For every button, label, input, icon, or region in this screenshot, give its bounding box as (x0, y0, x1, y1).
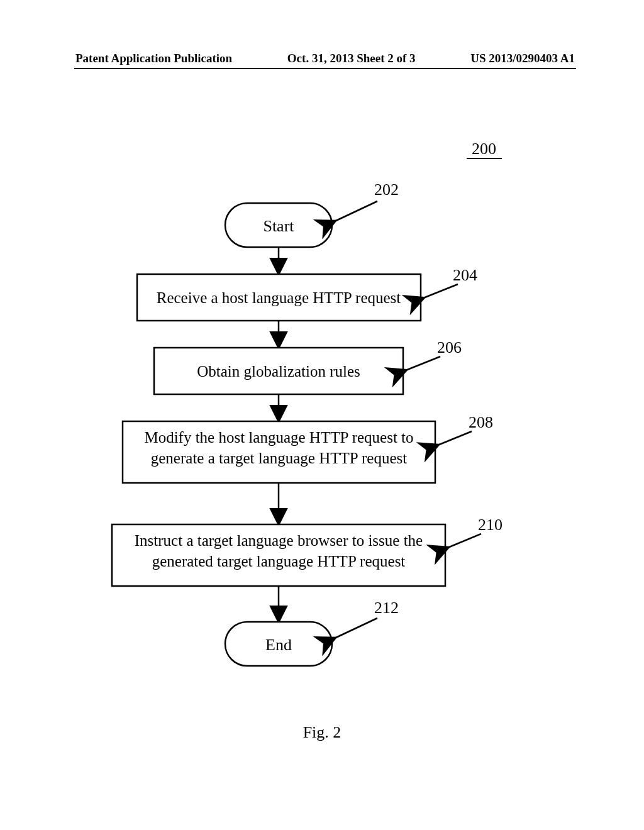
end-label: End (265, 636, 292, 654)
flowchart-diagram: 200 Start 202 Receive a host language HT… (0, 0, 644, 830)
ref-208: 208 (469, 413, 493, 431)
start-terminal: Start (225, 203, 332, 247)
svg-line-10 (406, 357, 440, 370)
svg-line-13 (438, 431, 472, 445)
svg-line-4 (335, 201, 377, 221)
svg-line-19 (335, 618, 377, 638)
step-208-text: Modify the host language HTTP request to… (144, 429, 413, 467)
step-210-box: Instruct a target language browser to is… (112, 524, 445, 586)
end-terminal: End (225, 622, 332, 666)
ref-210: 210 (478, 516, 502, 534)
step-204-box: Receive a host language HTTP request (137, 274, 421, 321)
step-206-text: Obtain globalization rules (197, 363, 360, 380)
svg-line-16 (448, 534, 481, 548)
figure-ref-200: 200 (472, 140, 496, 158)
step-204-text: Receive a host language HTTP request (157, 289, 401, 306)
figure-caption: Fig. 2 (0, 723, 644, 742)
start-label: Start (263, 217, 294, 235)
patent-page: Patent Application Publication Oct. 31, … (0, 0, 644, 830)
step-206-box: Obtain globalization rules (154, 348, 403, 394)
step-210-text: Instruct a target language browser to is… (135, 532, 423, 570)
ref-202: 202 (374, 180, 399, 199)
ref-206: 206 (437, 338, 462, 357)
ref-212: 212 (374, 599, 399, 617)
step-208-box: Modify the host language HTTP request to… (123, 421, 435, 483)
ref-204: 204 (453, 266, 477, 284)
svg-line-7 (423, 284, 458, 298)
